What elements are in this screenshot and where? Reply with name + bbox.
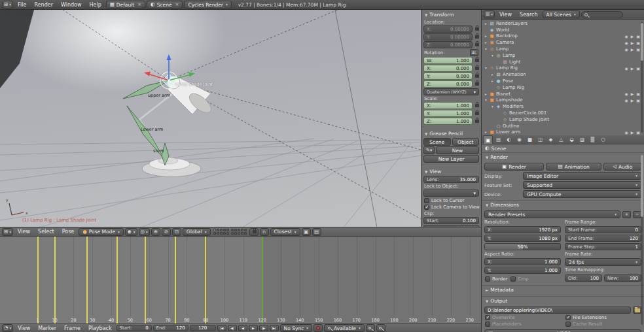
eye-toggle[interactable]: ◉: [624, 130, 628, 135]
select-toggle[interactable]: ▶: [631, 66, 634, 71]
lock-icon[interactable]: [475, 35, 479, 39]
select-toggle[interactable]: ▶: [631, 34, 634, 39]
remap-old-field[interactable]: Old:100: [565, 274, 602, 282]
clip-start-field[interactable]: Start:0.100: [423, 217, 479, 224]
orientation-selector[interactable]: Global▾: [183, 228, 211, 236]
next-keyframe-button[interactable]: [259, 325, 268, 331]
current-frame-playhead[interactable]: [262, 237, 263, 324]
outliner-search-menu[interactable]: Search: [516, 12, 541, 18]
layer-cell[interactable]: [217, 232, 219, 235]
opengl-render-anim-button[interactable]: ▤: [312, 228, 321, 236]
tab-render[interactable]: ▣: [483, 135, 493, 144]
eye-toggle[interactable]: ◉: [624, 91, 628, 96]
select-toggle[interactable]: ▶: [631, 98, 634, 103]
output-path-field[interactable]: D:\blender opplering\VIDEO\: [484, 307, 631, 314]
output-panel-header[interactable]: ▼Output: [484, 297, 641, 305]
lock-icon[interactable]: [475, 27, 479, 31]
collapse-icon[interactable]: ▾: [483, 66, 489, 70]
expand-icon[interactable]: ▸: [483, 22, 489, 25]
file-format-dropdown[interactable]: ▤MPEG▾: [484, 329, 641, 332]
rotation-mode-dropdown[interactable]: Quaternion (WXYZ)▾: [423, 88, 479, 95]
audio-sync-dropdown[interactable]: No Sync▾: [280, 324, 312, 332]
render-button[interactable]: ▣Render: [484, 163, 544, 171]
manipulator-translate-toggle[interactable]: ⊕: [151, 228, 160, 236]
timeline-track[interactable]: 1102030405060708090100110120130140150160…: [0, 236, 481, 324]
select-menu[interactable]: Select: [35, 229, 58, 235]
outliner-row[interactable]: ◉World: [482, 27, 644, 33]
lock-icon[interactable]: [475, 112, 479, 115]
expand-icon[interactable]: ▸: [483, 130, 489, 134]
keying-set-dropdown[interactable]: Available▾: [324, 324, 365, 332]
lock-icon[interactable]: [475, 59, 479, 62]
close-icon[interactable]: ×: [137, 2, 141, 7]
start-frame-field[interactable]: Start Frame:0: [565, 226, 641, 233]
select-toggle[interactable]: ▶: [631, 130, 634, 135]
border-checkbox[interactable]: Border: [485, 276, 507, 282]
placeholders-checkbox[interactable]: Placeholders: [485, 322, 560, 327]
timeline-marker-menu[interactable]: Marker: [35, 325, 60, 331]
outliner-row[interactable]: ▾◇Lamp Rig◉▶▣: [482, 65, 644, 72]
scale-z-field[interactable]: Z:1.000: [423, 118, 473, 125]
layers-widget[interactable]: [213, 229, 247, 235]
lock-icon[interactable]: [475, 104, 479, 107]
expand-icon[interactable]: ▸: [490, 73, 495, 76]
outliner-row[interactable]: ▸▣Camera◉▶▣: [482, 39, 644, 46]
outliner-row[interactable]: ▸▤Animation: [482, 71, 644, 78]
tab-object[interactable]: ■: [525, 135, 535, 144]
close-icon[interactable]: ×: [175, 2, 179, 7]
view-menu[interactable]: View: [14, 229, 33, 235]
gp-source-object-button[interactable]: Object: [452, 138, 480, 146]
gp-new-button[interactable]: New: [436, 146, 479, 154]
dimensions-panel-header[interactable]: ▼Dimensions: [484, 201, 641, 209]
layer-cell[interactable]: [226, 229, 229, 231]
tab-physics[interactable]: ○: [598, 135, 608, 144]
select-toggle[interactable]: ▶: [631, 41, 634, 45]
outliner-search-input[interactable]: [581, 11, 623, 18]
lock-camera-to-view-checkbox[interactable]: Lock Camera to View: [424, 205, 478, 210]
rotation-w-field[interactable]: W:1.000: [423, 57, 473, 64]
viewport-shading-selector[interactable]: ▾: [125, 228, 137, 236]
mode-selector[interactable]: ●Pose Mode▾: [79, 228, 124, 236]
gp-new-layer-button[interactable]: New Layer: [423, 155, 479, 163]
view-panel-header[interactable]: ▼View: [423, 167, 479, 176]
pivot-selector[interactable]: ◎▾: [139, 228, 150, 236]
outliner-row[interactable]: ▾◎Lamp: [482, 52, 644, 59]
current-frame-field[interactable]: 120: [190, 325, 216, 331]
viewport-canvas[interactable]: x y: [0, 10, 421, 227]
editor-type-button[interactable]: ⊞▾: [2, 1, 13, 8]
layer-cell[interactable]: [220, 229, 223, 231]
lock-to-cursor-checkbox[interactable]: Lock to Cursor: [424, 198, 478, 203]
layer-cell[interactable]: [231, 232, 234, 235]
location-z-field[interactable]: Z:0.00000: [423, 41, 473, 48]
timeline-playback-menu[interactable]: Playback: [85, 325, 115, 331]
grease-pencil-panel-header[interactable]: ▼Grease Pencil: [423, 129, 479, 138]
layer-cell[interactable]: [223, 232, 226, 235]
eye-toggle[interactable]: ◉: [624, 34, 628, 39]
collapse-icon[interactable]: ▾: [483, 47, 489, 51]
tab-scene[interactable]: ◐: [504, 135, 514, 144]
cache-result-checkbox[interactable]: Cache Result: [565, 322, 641, 327]
timeline-start-field[interactable]: Start:0: [116, 325, 152, 331]
properties-scrollbar[interactable]: [641, 155, 643, 325]
render-panel-header[interactable]: ▼Render: [484, 153, 641, 161]
editor-type-button[interactable]: ⊞▾: [2, 228, 13, 236]
render-engine-selector[interactable]: Cycles Render▾: [184, 1, 231, 8]
rotation-4l-button[interactable]: 4L: [470, 49, 478, 56]
render-toggle[interactable]: ▣: [636, 91, 640, 96]
render-presets-dropdown[interactable]: Render Presets▾: [484, 210, 620, 218]
render-toggle[interactable]: ▣: [636, 130, 640, 135]
gp-source-scene-button[interactable]: Scene: [423, 138, 451, 146]
layer-cell[interactable]: [238, 229, 240, 231]
lock-icon[interactable]: [475, 43, 479, 46]
layer-cell[interactable]: [234, 229, 237, 231]
tab-particles[interactable]: ▒: [588, 135, 598, 144]
scale-y-field[interactable]: Y:1.000: [423, 110, 473, 117]
collapse-icon[interactable]: ▾: [490, 54, 495, 58]
outliner-row[interactable]: ▾◎Lamp◉▶▣: [482, 46, 644, 52]
screen-layout-selector[interactable]: ▦Default×: [106, 1, 145, 8]
outliner-scrollbar[interactable]: [641, 22, 643, 133]
layer-cell[interactable]: [217, 229, 219, 231]
tab-render-layers[interactable]: ▤: [493, 135, 503, 144]
layer-cell[interactable]: [244, 232, 247, 235]
outliner-row[interactable]: ▸■Backdrop◉▶▣: [482, 33, 644, 40]
